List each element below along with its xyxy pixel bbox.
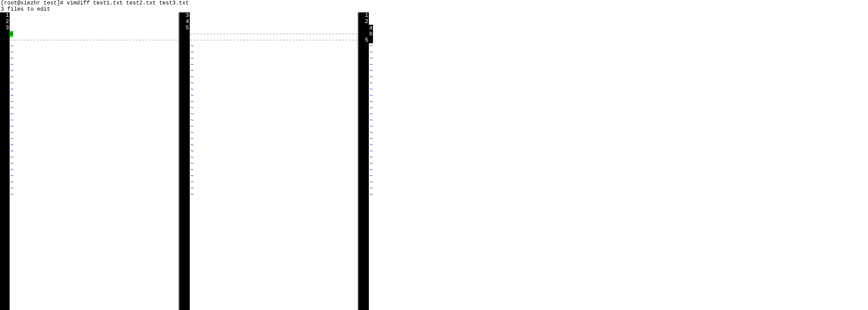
buffer-content[interactable]: ~ ~ ~ ~ ~ ~ ~ ~ ~ ~ ~ ~ ~ ~ ~ ~ ~ ~ ~ ~ <box>190 12 358 310</box>
empty-tilde: ~ <box>369 62 538 68</box>
empty-tilde: ~ <box>369 136 538 142</box>
empty-tilde: ~ <box>190 148 358 155</box>
empty-tilde: ~ <box>190 105 358 111</box>
empty-tilde: ~ <box>369 99 538 105</box>
diff-filler-dashes <box>190 37 358 43</box>
empty-tilde: ~ <box>369 56 538 62</box>
fold-column <box>180 12 185 310</box>
empty-tilde: ~ <box>369 167 538 173</box>
line-number: 4 <box>185 19 189 25</box>
shell-prompt: [root@xiezhr test]# vimdiff test1.txt te… <box>0 0 538 6</box>
diff-added-char: a <box>369 25 373 31</box>
empty-tilde: ~ <box>10 49 179 56</box>
empty-tilde: ~ <box>190 192 358 198</box>
empty-tilde: ~ <box>190 186 358 192</box>
text-row <box>369 19 538 25</box>
empty-tilde: ~ <box>10 93 179 99</box>
empty-tilde: ~ <box>369 148 538 155</box>
empty-tilde: ~ <box>10 99 179 105</box>
empty-tilde: ~ <box>10 136 179 142</box>
diff-filler-dashes <box>190 31 358 37</box>
empty-tilde: ~ <box>10 167 179 173</box>
empty-tilde: ~ <box>10 142 179 148</box>
empty-tilde: ~ <box>369 130 538 136</box>
line-number <box>185 37 189 43</box>
empty-tilde: ~ <box>190 56 358 62</box>
text-row <box>190 19 358 25</box>
empty-tilde: ~ <box>369 179 538 186</box>
empty-tilde: ~ <box>369 118 538 124</box>
line-number-gutter: 1 2 5 <box>364 12 369 310</box>
line-number: 3 <box>185 12 189 19</box>
empty-tilde: ~ <box>190 74 358 80</box>
filler-row <box>190 37 358 43</box>
line-number <box>5 37 9 43</box>
diff-pane-2[interactable]: 3 4 5 ~ ~ ~ ~ ~ ~ ~ ~ ~ ~ <box>180 12 360 310</box>
empty-tilde: ~ <box>190 93 358 99</box>
empty-tilde: ~ <box>10 68 179 74</box>
text-row <box>369 12 538 19</box>
empty-tilde: ~ <box>10 155 179 161</box>
empty-tilde: ~ <box>190 142 358 148</box>
text-row <box>369 37 538 43</box>
buffer-content[interactable]: a b ~ ~ ~ ~ ~ ~ ~ ~ ~ ~ ~ ~ ~ ~ ~ ~ ~ <box>369 12 538 310</box>
fold-column <box>359 12 364 310</box>
empty-tilde: ~ <box>369 192 538 198</box>
empty-tilde: ~ <box>190 111 358 118</box>
empty-tilde: ~ <box>190 130 358 136</box>
empty-tilde: ~ <box>10 74 179 80</box>
text-row <box>10 12 179 19</box>
empty-tilde: ~ <box>369 93 538 99</box>
diff-pane-3[interactable]: 1 2 5 a b ~ ~ ~ ~ ~ ~ ~ ~ ~ <box>359 12 538 310</box>
line-number: 5 <box>364 37 368 43</box>
text-row <box>190 25 358 31</box>
empty-tilde: ~ <box>369 74 538 80</box>
text-row: a <box>369 25 538 31</box>
filler-row <box>190 31 358 37</box>
empty-tilde: ~ <box>190 99 358 105</box>
empty-tilde: ~ <box>10 192 179 198</box>
line-number: 1 <box>364 12 368 19</box>
empty-tilde: ~ <box>190 80 358 87</box>
empty-tilde: ~ <box>369 49 538 56</box>
empty-tilde: ~ <box>10 105 179 111</box>
empty-tilde: ~ <box>190 155 358 161</box>
line-number: 5 <box>185 25 189 31</box>
vimdiff-panes: 1 2 3 4 ~ ~ ~ ~ ~ ~ ~ ~ ~ <box>0 12 538 310</box>
terminal-window[interactable]: [root@xiezhr test]# vimdiff test1.txt te… <box>0 0 538 310</box>
empty-tilde: ~ <box>190 118 358 124</box>
fold-column <box>0 12 5 310</box>
empty-tilde: ~ <box>10 173 179 179</box>
text-row <box>10 25 179 31</box>
empty-tilde: ~ <box>10 111 179 118</box>
empty-tilde: ~ <box>190 87 358 93</box>
vim-message: 3 files to edit <box>0 6 538 12</box>
empty-tilde: ~ <box>10 87 179 93</box>
empty-tilde: ~ <box>10 179 179 186</box>
diff-space <box>369 37 373 43</box>
empty-tilde: ~ <box>369 142 538 148</box>
empty-tilde: ~ <box>369 111 538 118</box>
diff-pane-1[interactable]: 1 2 3 4 ~ ~ ~ ~ ~ ~ ~ ~ ~ <box>0 12 180 310</box>
empty-tilde: ~ <box>369 105 538 111</box>
empty-tilde: ~ <box>369 173 538 179</box>
empty-tilde: ~ <box>369 161 538 167</box>
empty-tilde: ~ <box>369 68 538 74</box>
buffer-content[interactable]: 4 ~ ~ ~ ~ ~ ~ ~ ~ ~ ~ ~ ~ ~ ~ ~ ~ ~ ~ <box>10 12 179 310</box>
empty-tilde: ~ <box>369 124 538 130</box>
text-row: b <box>369 31 538 37</box>
empty-tilde: ~ <box>10 56 179 62</box>
empty-tilde: ~ <box>10 43 179 49</box>
text-cursor: 4 <box>10 31 13 37</box>
empty-tilde: ~ <box>190 49 358 56</box>
line-number <box>364 31 368 37</box>
empty-tilde: ~ <box>10 148 179 155</box>
text-row <box>10 19 179 25</box>
text-row <box>190 12 358 19</box>
empty-tilde: ~ <box>10 62 179 68</box>
diff-added-char: b <box>369 31 373 37</box>
empty-tilde: ~ <box>190 179 358 186</box>
empty-tilde: ~ <box>190 167 358 173</box>
text-row-cursor: 4 <box>10 31 179 37</box>
empty-tilde: ~ <box>369 87 538 93</box>
